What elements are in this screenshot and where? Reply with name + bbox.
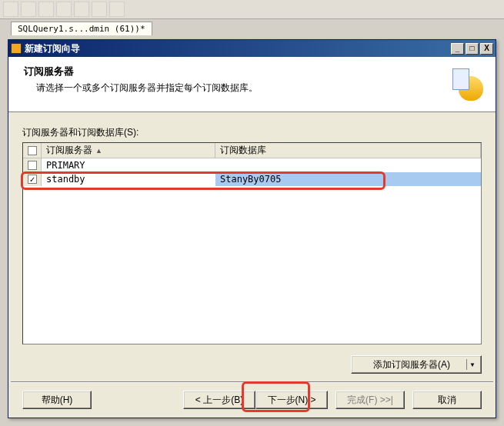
background-tab: SQLQuery1.s...dmin (61))* bbox=[11, 22, 152, 35]
header-checkbox-cell[interactable] bbox=[23, 143, 42, 158]
bg-tool bbox=[109, 2, 125, 17]
app-icon bbox=[11, 43, 22, 54]
cell-server: PRIMARY bbox=[42, 158, 215, 172]
next-button[interactable]: 下一步(N) > bbox=[255, 391, 328, 409]
add-button-label: 添加订阅服务器(A) bbox=[373, 358, 450, 371]
row-checkbox[interactable]: ✓ bbox=[28, 175, 37, 184]
table-row[interactable]: PRIMARY bbox=[23, 158, 481, 172]
col-db-label: 订阅数据库 bbox=[220, 144, 266, 157]
subscription-table: 订阅服务器 ▲ 订阅数据库 PRIMARY ✓ bbox=[22, 142, 482, 344]
bg-tool bbox=[38, 2, 54, 17]
add-subscription-server-button[interactable]: 添加订阅服务器(A) ▼ bbox=[351, 355, 482, 374]
header-subtitle: 请选择一个或多个订阅服务器并指定每个订阅数据库。 bbox=[21, 82, 451, 95]
back-button[interactable]: < 上一步(B) bbox=[183, 391, 255, 409]
help-button[interactable]: 帮助(H) bbox=[22, 391, 92, 409]
col-server-label: 订阅服务器 bbox=[46, 144, 92, 157]
cell-database[interactable]: StanyBy0705 bbox=[215, 172, 481, 186]
column-header-database[interactable]: 订阅数据库 bbox=[215, 143, 481, 158]
table-label: 订阅服务器和订阅数据库(S): bbox=[22, 126, 482, 139]
titlebar: 新建订阅向导 _ □ X bbox=[8, 40, 496, 57]
cell-database[interactable] bbox=[215, 158, 481, 172]
bg-tool bbox=[74, 2, 89, 17]
bg-tool bbox=[56, 2, 72, 17]
select-all-checkbox[interactable] bbox=[28, 146, 37, 155]
wizard-header: 订阅服务器 请选择一个或多个订阅服务器并指定每个订阅数据库。 bbox=[8, 57, 496, 112]
wizard-window: 新建订阅向导 _ □ X 订阅服务器 请选择一个或多个订阅服务器并指定每个订阅数… bbox=[8, 39, 496, 418]
cell-server: standby bbox=[42, 172, 215, 186]
bg-tool bbox=[92, 2, 107, 17]
minimize-button[interactable]: _ bbox=[451, 43, 464, 55]
maximize-button[interactable]: □ bbox=[466, 43, 479, 55]
close-button[interactable]: X bbox=[480, 43, 493, 55]
header-title: 订阅服务器 bbox=[21, 65, 451, 78]
column-header-server[interactable]: 订阅服务器 ▲ bbox=[42, 143, 215, 158]
row-checkbox[interactable] bbox=[28, 161, 37, 170]
background-toolbar bbox=[0, 0, 504, 19]
finish-button: 完成(F) >>| bbox=[335, 391, 405, 409]
subscription-icon bbox=[451, 68, 483, 101]
dropdown-arrow-icon: ▼ bbox=[466, 359, 478, 370]
wizard-footer: 帮助(H) < 上一步(B) 下一步(N) > 完成(F) >>| 取消 bbox=[8, 383, 496, 417]
window-title: 新建订阅向导 bbox=[25, 42, 451, 55]
table-row[interactable]: ✓ standby StanyBy0705 bbox=[23, 172, 481, 186]
bg-tool bbox=[3, 2, 18, 17]
bg-tool bbox=[21, 2, 36, 17]
cancel-button[interactable]: 取消 bbox=[412, 391, 482, 409]
sort-indicator-icon: ▲ bbox=[95, 147, 102, 155]
